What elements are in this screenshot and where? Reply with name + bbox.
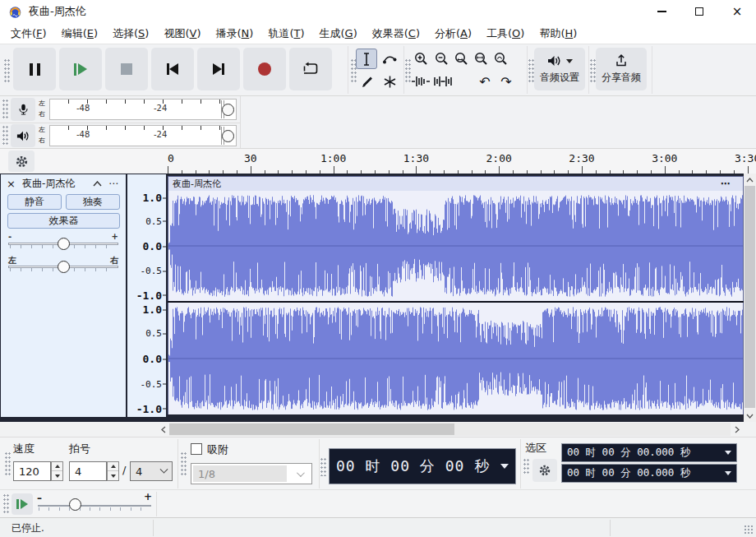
menu-item-help[interactable]: 帮助(H) (532, 26, 584, 41)
audio-setup-grip[interactable] (528, 59, 534, 82)
selection-end-field[interactable]: 00 时 00 分 00.000 秒 (561, 464, 737, 483)
record-meter-button[interactable] (11, 98, 35, 121)
time-format-dropdown-icon[interactable] (500, 464, 509, 469)
tempo-spinner[interactable] (51, 461, 63, 481)
snap-interval-combo[interactable]: 1/8 (191, 463, 312, 484)
menu-item-edit[interactable]: 编辑(E) (54, 26, 105, 41)
fit-project-button[interactable] (471, 49, 491, 68)
playback-meter[interactable]: 左右 -48 -24 (0, 123, 240, 149)
draw-tool-button[interactable] (356, 72, 377, 92)
time-signature-grip[interactable] (5, 452, 11, 475)
clip-menu-icon[interactable]: ⋯ (721, 178, 731, 189)
menu-item-tools[interactable]: 工具(O) (479, 26, 532, 41)
mute-button[interactable]: 静音 (7, 194, 62, 210)
skip-to-start-button[interactable] (151, 48, 194, 90)
playback-meter-bar[interactable]: -48 -24 (49, 125, 237, 146)
skip-to-end-button[interactable] (197, 48, 240, 90)
share-audio-button[interactable]: 分享音频 (596, 48, 647, 90)
record-volume-slider[interactable] (222, 104, 234, 116)
stop-button[interactable] (105, 48, 148, 90)
speed-slider[interactable] (38, 505, 151, 507)
minimize-button[interactable] (643, 0, 680, 23)
silence-audio-button[interactable] (433, 72, 453, 91)
time-display[interactable]: 00 时 00 分 00 秒 (329, 448, 516, 484)
multi-tool-button[interactable] (379, 72, 400, 92)
loop-button[interactable] (289, 48, 332, 90)
speed-slider-knob[interactable] (69, 498, 81, 511)
vertical-scrollbar[interactable] (744, 174, 756, 422)
timeline-options-button[interactable] (8, 150, 35, 172)
effects-button[interactable]: 效果器 (7, 213, 120, 229)
scroll-right-icon[interactable] (731, 422, 743, 437)
zoom-out-button[interactable] (431, 49, 451, 68)
pan-slider-knob[interactable] (58, 261, 70, 273)
snap-checkbox[interactable] (191, 443, 202, 455)
horizontal-scrollbar-thumb[interactable] (169, 424, 454, 435)
record-meter-bar[interactable]: -48 -24 (49, 99, 237, 120)
waveform-channel-2[interactable] (168, 303, 744, 414)
track-collapse-icon[interactable] (93, 181, 102, 187)
menu-item-effect[interactable]: 效果器(C) (365, 26, 427, 41)
record-meter[interactable]: 左右 -48 -24 (0, 96, 240, 123)
close-button[interactable]: × (718, 0, 756, 23)
playback-volume-slider[interactable] (222, 130, 234, 142)
tempo-input[interactable]: 120 (13, 461, 51, 481)
selection-format-dropdown-icon[interactable] (725, 471, 731, 475)
transport-toolbar-grip[interactable] (4, 59, 10, 82)
menu-item-generate[interactable]: 生成(G) (312, 26, 365, 41)
gain-slider[interactable] (8, 238, 118, 252)
selection-toolbar-grip[interactable] (523, 459, 529, 475)
menu-item-transport[interactable]: 播录(N) (209, 26, 261, 41)
edit-toolbar-grip[interactable] (405, 59, 411, 82)
time-toolbar-grip[interactable] (320, 458, 326, 476)
zoom-in-button[interactable] (411, 49, 431, 68)
window-resize-grip[interactable] (744, 525, 754, 535)
envelope-tool-button[interactable] (379, 49, 400, 69)
playback-meter-button[interactable] (11, 124, 35, 147)
waveform-channel-1[interactable] (168, 191, 744, 301)
horizontal-scrollbar-track[interactable] (169, 423, 731, 436)
horizontal-scrollbar[interactable] (0, 422, 756, 437)
pan-slider[interactable] (8, 261, 118, 275)
play-at-speed-grip[interactable] (3, 494, 9, 514)
solo-button[interactable]: 独奏 (66, 194, 120, 210)
maximize-button[interactable] (680, 0, 718, 23)
scroll-left-icon[interactable] (158, 422, 169, 437)
selection-tool-button[interactable] (356, 49, 377, 69)
redo-button[interactable]: ↷ (496, 72, 516, 91)
vertical-scrollbar-thumb[interactable] (744, 186, 755, 408)
record-meter-grip[interactable] (2, 100, 8, 119)
track-close-icon[interactable]: × (7, 178, 16, 189)
snap-grip[interactable] (181, 452, 187, 475)
selection-start-field[interactable]: 00 时 00 分 00.000 秒 (561, 443, 737, 462)
audio-setup-button[interactable]: 音频设置 (534, 48, 585, 90)
record-button[interactable] (243, 48, 286, 90)
menu-item-analyze[interactable]: 分析(A) (427, 26, 479, 41)
play-at-speed-button[interactable] (12, 493, 33, 515)
playback-meter-grip[interactable] (2, 126, 8, 146)
trim-audio-button[interactable] (411, 72, 431, 91)
zoom-toggle-button[interactable] (491, 49, 510, 68)
undo-button[interactable]: ↶ (475, 72, 495, 91)
zoom-to-selection-button[interactable] (451, 49, 471, 68)
beats-input[interactable]: 4 (69, 461, 107, 481)
menu-item-tracks[interactable]: 轨道(T) (260, 26, 311, 41)
menu-item-view[interactable]: 视图(V) (156, 26, 208, 41)
share-toolbar-grip[interactable] (590, 59, 596, 82)
vertical-ruler[interactable]: 1.00.50.0-0.5-1.0 1.00.50.0-0.5-1.0 (127, 174, 166, 417)
track-menu-icon[interactable]: ⋯ (108, 178, 119, 189)
play-button[interactable] (59, 48, 102, 90)
beats-spinner[interactable] (107, 461, 119, 481)
menu-item-file[interactable]: 文件(F) (3, 26, 54, 41)
scroll-up-icon[interactable] (744, 174, 756, 186)
gain-slider-knob[interactable] (58, 238, 70, 250)
menu-item-select[interactable]: 选择(S) (105, 26, 156, 41)
selection-options-button[interactable] (532, 459, 557, 482)
clip-header[interactable]: 夜曲-周杰伦 ⋯ (168, 176, 744, 191)
scroll-down-icon[interactable] (744, 410, 756, 422)
pause-button[interactable] (13, 48, 56, 90)
beat-unit-combo[interactable]: 4 (130, 461, 173, 481)
timeline-ruler[interactable]: 0301:001:302:002:303:003:30 (0, 149, 756, 174)
selection-format-dropdown-icon[interactable] (725, 451, 731, 455)
track-control-panel[interactable]: × 夜曲-周杰伦 ⋯ 静音 独奏 效果器 - + 左 右 (1, 174, 126, 417)
